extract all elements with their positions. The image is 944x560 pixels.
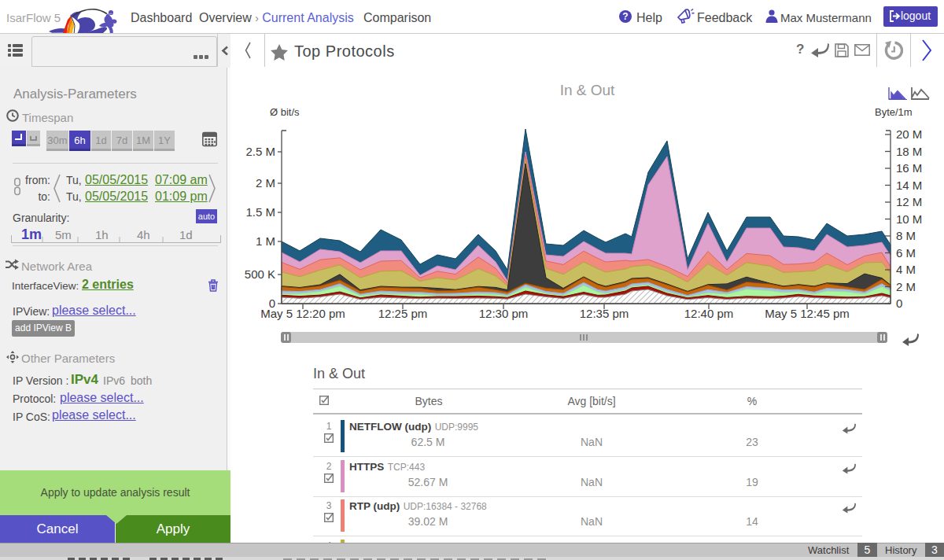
svg-text:14 M: 14 M [896,179,922,192]
svg-text:2 M: 2 M [256,176,275,190]
svg-text:May 5 12:45 pm: May 5 12:45 pm [765,307,850,320]
svg-text:12:30 pm: 12:30 pm [479,307,529,320]
svg-text:10 M: 10 M [896,212,922,226]
svg-text:4 M: 4 M [896,263,916,276]
svg-text:20 M: 20 M [896,127,922,141]
svg-text:500 K: 500 K [245,267,275,281]
svg-text:18 M: 18 M [896,145,922,158]
svg-text:12:25 pm: 12:25 pm [378,307,428,320]
svg-text:6 M: 6 M [896,246,916,260]
svg-text:0: 0 [896,297,902,310]
svg-text:1.5 M: 1.5 M [245,205,275,219]
svg-text:8 M: 8 M [896,229,916,242]
svg-text:May 5 12:20 pm: May 5 12:20 pm [260,307,345,320]
svg-text:12:35 pm: 12:35 pm [580,307,629,320]
svg-text:1 M: 1 M [256,234,275,248]
svg-text:2.5 M: 2.5 M [245,145,275,158]
svg-text:Byte/1m: Byte/1m [875,106,913,118]
svg-text:12:40 pm: 12:40 pm [684,307,734,320]
svg-text:16 M: 16 M [896,161,922,175]
svg-text:Ø bit/s: Ø bit/s [270,106,300,118]
svg-text:2 M: 2 M [896,280,916,293]
svg-text:12 M: 12 M [896,195,922,208]
